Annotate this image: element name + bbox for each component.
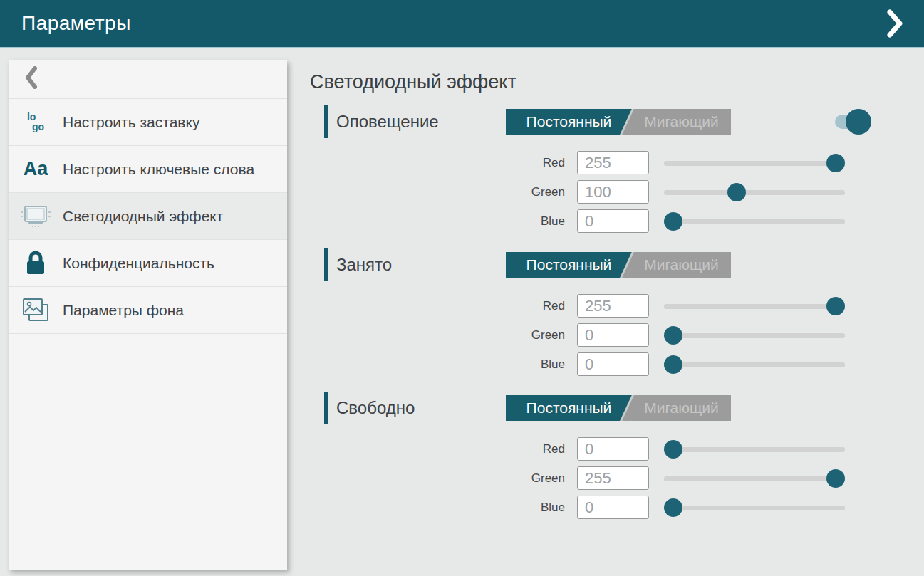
led-effect-panel: Светодиодный эффект Оповещение Постоянны… xyxy=(310,60,924,576)
channel-row-green: Green xyxy=(310,323,924,347)
section-accent-bar xyxy=(324,105,328,138)
mode-toggle: Постоянный Мигающий xyxy=(506,252,731,278)
slider-thumb[interactable] xyxy=(664,355,682,374)
sidebar-item-label: Светодиодный эффект xyxy=(63,206,227,226)
switch-knob xyxy=(846,109,871,135)
sidebar-item-privacy[interactable]: Конфиденциальность xyxy=(9,240,287,287)
sidebar-item-keywords[interactable]: Aa Настроить ключевые слова xyxy=(9,146,287,193)
slider-track xyxy=(664,219,845,224)
sidebar-item-led-effect[interactable]: Светодиодный эффект xyxy=(9,193,287,240)
channel-label: Blue xyxy=(502,357,577,372)
sidebar-item-label: Конфиденциальность xyxy=(63,253,219,273)
slider-track xyxy=(664,190,845,195)
slider-thumb[interactable] xyxy=(664,498,682,517)
green-value-input[interactable] xyxy=(577,466,649,490)
slider-thumb[interactable] xyxy=(826,154,845,172)
slider-track xyxy=(664,447,845,452)
slider-track xyxy=(664,476,845,481)
mode-toggle: Постоянный Мигающий xyxy=(506,109,731,135)
channel-row-red: Red xyxy=(310,437,924,461)
blue-value-input[interactable] xyxy=(577,496,649,519)
channel-row-red: Red xyxy=(310,294,924,318)
red-slider[interactable] xyxy=(664,297,845,315)
slider-track xyxy=(664,161,845,166)
slider-thumb[interactable] xyxy=(664,440,682,459)
red-value-input[interactable] xyxy=(577,437,649,461)
page-title: Параметры xyxy=(21,12,131,35)
red-slider[interactable] xyxy=(664,154,845,172)
sidebar-item-splash-screen[interactable]: lo go Настроить заставку xyxy=(9,99,287,146)
section-free: Свободно Постоянный Мигающий Red Green xyxy=(310,391,924,519)
section-title: Занято xyxy=(336,255,506,275)
lock-icon xyxy=(9,251,63,276)
panel-title: Светодиодный эффект xyxy=(310,71,924,93)
channel-label: Green xyxy=(502,185,577,199)
sidebar-item-label: Параметры фона xyxy=(63,300,188,320)
section-busy: Занято Постоянный Мигающий Red Green xyxy=(310,248,924,376)
mode-option-blinking[interactable]: Мигающий xyxy=(632,109,731,135)
channel-row-green: Green xyxy=(310,466,924,490)
channel-label: Red xyxy=(502,299,577,313)
sidebar-item-label: Настроить ключевые слова xyxy=(63,159,259,179)
red-value-input[interactable] xyxy=(577,151,649,174)
channel-row-blue: Blue xyxy=(310,352,924,376)
mode-option-solid[interactable]: Постоянный xyxy=(506,109,632,135)
slider-track xyxy=(664,333,845,338)
chevron-left-icon xyxy=(26,66,37,92)
slider-track xyxy=(664,304,845,309)
led-enable-switch[interactable] xyxy=(835,115,868,129)
chevron-right-icon[interactable] xyxy=(884,8,905,39)
channel-label: Green xyxy=(502,471,577,486)
channel-row-blue: Blue xyxy=(310,496,924,519)
logo-icon: lo go xyxy=(9,112,63,132)
section-title: Свободно xyxy=(336,398,506,418)
sidebar-back-button[interactable] xyxy=(9,60,287,99)
images-icon xyxy=(9,297,63,324)
blue-value-input[interactable] xyxy=(577,209,649,233)
green-value-input[interactable] xyxy=(577,323,649,347)
mode-option-solid[interactable]: Постоянный xyxy=(506,395,632,421)
channel-label: Red xyxy=(502,442,577,456)
app-header: Параметры xyxy=(0,0,924,48)
blue-slider[interactable] xyxy=(664,498,845,517)
green-slider[interactable] xyxy=(664,469,845,488)
blue-slider[interactable] xyxy=(664,355,845,374)
mode-option-blinking[interactable]: Мигающий xyxy=(632,252,731,278)
red-value-input[interactable] xyxy=(577,294,649,318)
slider-track xyxy=(664,362,845,367)
mode-option-solid[interactable]: Постоянный xyxy=(506,252,632,278)
letters-icon: Aa xyxy=(9,159,63,179)
section-title: Оповещение xyxy=(336,112,506,132)
section-accent-bar xyxy=(324,392,328,424)
mode-toggle: Постоянный Мигающий xyxy=(506,395,731,421)
sidebar-item-label: Настроить заставку xyxy=(63,112,204,132)
green-value-input[interactable] xyxy=(577,180,649,204)
channel-label: Green xyxy=(502,328,577,342)
channel-label: Blue xyxy=(502,501,577,515)
sidebar-item-background[interactable]: Параметры фона xyxy=(9,287,287,334)
blue-slider[interactable] xyxy=(664,212,845,231)
channel-label: Blue xyxy=(502,214,577,229)
channel-row-green: Green xyxy=(310,180,924,204)
green-slider[interactable] xyxy=(664,326,845,345)
slider-thumb[interactable] xyxy=(826,469,845,488)
section-alert: Оповещение Постоянный Мигающий Red Green xyxy=(310,105,924,233)
display-icon xyxy=(9,203,63,230)
channel-label: Red xyxy=(502,156,577,170)
blue-value-input[interactable] xyxy=(577,352,649,376)
slider-thumb[interactable] xyxy=(727,183,746,201)
slider-thumb[interactable] xyxy=(664,212,682,231)
channel-row-blue: Blue xyxy=(310,209,924,233)
slider-thumb[interactable] xyxy=(826,297,845,315)
slider-thumb[interactable] xyxy=(664,326,682,345)
red-slider[interactable] xyxy=(664,440,845,459)
slider-track xyxy=(664,506,845,510)
sidebar: lo go Настроить заставку Aa Настроить кл… xyxy=(9,60,287,570)
channel-row-red: Red xyxy=(310,151,924,174)
mode-option-blinking[interactable]: Мигающий xyxy=(632,395,731,421)
green-slider[interactable] xyxy=(664,183,845,201)
section-accent-bar xyxy=(324,248,328,281)
